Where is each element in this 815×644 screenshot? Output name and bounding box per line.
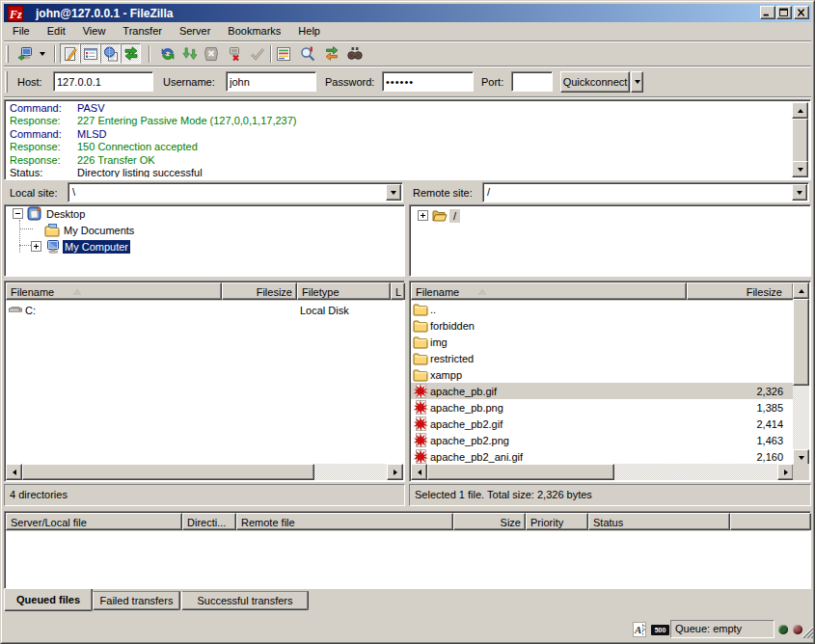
close-button[interactable] (794, 6, 809, 19)
file-row[interactable]: xampp (411, 366, 794, 383)
refresh-button[interactable] (158, 44, 177, 64)
minimize-button[interactable] (760, 6, 775, 19)
folder-open-icon (432, 208, 448, 224)
scrollbar-thumb[interactable] (22, 464, 314, 480)
local-site-combo[interactable]: \ (68, 182, 403, 202)
column-header-lastmodified[interactable]: L (391, 282, 405, 300)
find-files-button[interactable] (345, 44, 365, 64)
menu-bookmarks[interactable]: Bookmarks (219, 23, 289, 40)
tree-item-root[interactable]: / (410, 207, 603, 224)
file-row[interactable]: apache_pb2_ani.gif 2,160 (411, 448, 794, 465)
remote-status-bar: Selected 1 file. Total size: 2,326 bytes (409, 484, 811, 506)
column-header-priority[interactable]: Priority (526, 513, 588, 530)
menu-file[interactable]: File (4, 23, 39, 40)
scroll-left-button[interactable] (6, 464, 22, 480)
tree-item-label: / (449, 209, 460, 223)
speed-limit-badge[interactable]: 500 (651, 625, 669, 635)
column-header-filesize[interactable]: Filesize (222, 282, 297, 300)
quickconnect-dropdown[interactable] (631, 71, 643, 93)
scroll-left-button[interactable] (411, 464, 427, 480)
file-row[interactable]: apache_pb2.gif 2,414 (411, 416, 794, 432)
file-row[interactable]: .. (411, 301, 794, 317)
toggle-remote-tree-button[interactable] (100, 43, 121, 64)
remote-vscrollbar[interactable] (793, 282, 809, 466)
column-header-status[interactable]: Status (588, 513, 730, 530)
menu-help[interactable]: Help (289, 23, 329, 40)
file-row[interactable]: apache_pb2.png 1,463 (411, 432, 794, 448)
reconnect-button[interactable] (248, 44, 267, 64)
log-scrollbar[interactable] (792, 102, 808, 177)
column-header-filesize[interactable]: Filesize (687, 282, 794, 300)
scrollbar-thumb[interactable] (427, 464, 614, 480)
remote-hscrollbar[interactable] (411, 464, 794, 480)
quickconnect-button[interactable]: Quickconnect (560, 71, 630, 93)
tab-failed-transfers[interactable]: Failed transfers (93, 591, 180, 610)
tab-queued-files[interactable]: Queued files (4, 589, 93, 611)
column-header-direction[interactable]: Directi... (182, 513, 236, 530)
file-name: restricted (430, 353, 474, 364)
toolbar-separator (54, 45, 56, 63)
synchronized-browsing-button[interactable] (322, 44, 341, 64)
toggle-local-tree-button[interactable] (80, 43, 100, 64)
file-row[interactable]: restricted (411, 350, 794, 366)
file-row[interactable]: img (411, 334, 794, 350)
menu-view[interactable]: View (74, 23, 115, 40)
combo-arrow-button[interactable] (386, 184, 401, 201)
process-queue-button[interactable] (180, 44, 200, 64)
combo-arrow-button[interactable] (792, 184, 807, 201)
menu-edit[interactable]: Edit (39, 23, 74, 40)
maximize-button[interactable] (776, 6, 792, 19)
scroll-up-button[interactable] (792, 102, 808, 119)
file-row[interactable]: forbidden (411, 317, 794, 334)
scrollbar-thumb[interactable] (792, 119, 808, 163)
directory-comparison-button[interactable] (298, 44, 317, 64)
host-input[interactable] (53, 71, 153, 92)
remote-site-combo[interactable]: / (482, 182, 809, 202)
menu-server[interactable]: Server (171, 23, 219, 40)
title-bar[interactable]: john@127.0.0.1 - FileZilla (4, 4, 811, 22)
arrow-down-icon (799, 456, 804, 460)
my-documents-icon (44, 223, 60, 238)
file-row-selected[interactable]: apache_pb.gif 2,326 (411, 383, 794, 399)
tree-item-my-computer[interactable]: My Computer (5, 238, 217, 255)
scroll-up-button[interactable] (793, 282, 809, 299)
column-header-filename[interactable]: Filename (411, 282, 687, 300)
site-manager-button[interactable] (15, 44, 35, 64)
file-size: 1,463 (687, 435, 783, 446)
menu-transfer[interactable]: Transfer (114, 23, 171, 40)
scroll-right-button[interactable] (777, 464, 794, 480)
expand-expander[interactable] (418, 210, 428, 221)
toolbar-gripper[interactable] (6, 45, 9, 63)
port-input[interactable] (511, 71, 553, 92)
expand-expander[interactable] (31, 241, 41, 252)
site-manager-dropdown[interactable] (36, 44, 49, 64)
column-header-filename[interactable]: Filename (6, 282, 222, 300)
image-file-icon (413, 449, 428, 465)
tab-successful-transfers[interactable]: Successful transfers (181, 591, 309, 610)
quickconnect-gripper[interactable] (5, 71, 8, 93)
file-row-c-drive[interactable]: C: Local Disk (6, 302, 403, 318)
column-header-size[interactable]: Size (453, 513, 526, 530)
disconnect-button[interactable] (225, 44, 244, 64)
toggle-message-log-button[interactable] (60, 43, 80, 64)
file-row[interactable]: apache_pb.png 1,385 (411, 399, 794, 416)
scroll-right-button[interactable] (387, 464, 403, 480)
scroll-down-button[interactable] (792, 161, 808, 177)
sort-ascending-icon (73, 289, 81, 295)
password-input[interactable] (382, 71, 474, 92)
tree-item-desktop[interactable]: Desktop (5, 205, 198, 222)
local-hscrollbar[interactable] (6, 464, 403, 480)
cancel-operation-button[interactable] (202, 44, 221, 64)
file-name: apache_pb.gif (430, 386, 497, 397)
toggle-transfer-queue-button[interactable] (121, 43, 141, 64)
scrollbar-thumb[interactable] (793, 299, 809, 386)
transfer-type-icon[interactable] (632, 622, 647, 637)
tree-item-my-documents[interactable]: My Documents (5, 222, 217, 238)
column-header-remote-file[interactable]: Remote file (236, 513, 453, 530)
column-header-server-local-file[interactable]: Server/Local file (6, 513, 182, 530)
collapse-expander[interactable] (13, 208, 23, 219)
resize-grip[interactable] (800, 623, 815, 638)
column-header-filetype[interactable]: Filetype (297, 282, 391, 300)
directory-filters-button[interactable] (274, 44, 293, 64)
username-input[interactable] (226, 71, 316, 92)
